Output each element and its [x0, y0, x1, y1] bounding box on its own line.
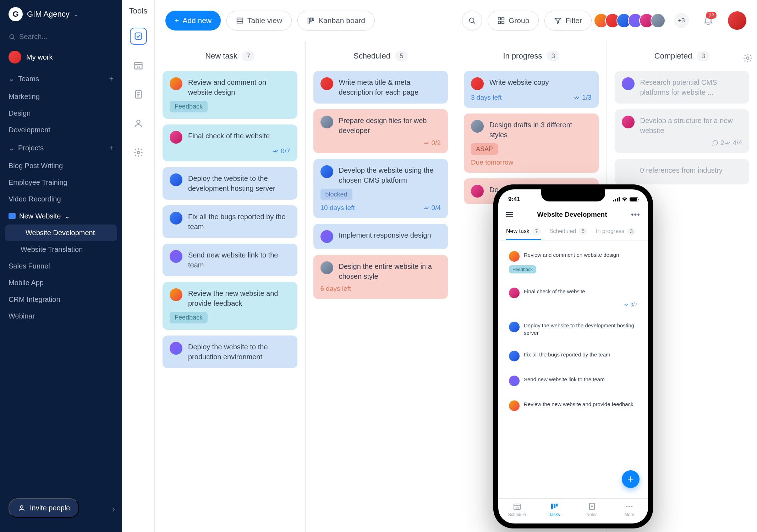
add-new-button[interactable]: +Add new — [165, 11, 221, 31]
column-count: 3 — [697, 51, 709, 61]
task-card[interactable]: Design drafts in 3 different stylesASAPD… — [464, 113, 599, 173]
search-button[interactable] — [462, 11, 482, 31]
add-team-button[interactable]: + — [109, 74, 114, 83]
group-label: Group — [509, 16, 529, 25]
wifi-icon — [622, 197, 627, 201]
user-avatar[interactable] — [728, 11, 746, 30]
board-settings-button[interactable] — [743, 53, 753, 65]
task-card[interactable]: Write meta title & meta description for … — [313, 71, 448, 104]
project-webinar[interactable]: Webinar — [0, 308, 122, 325]
kanban-board-button[interactable]: Kanban board — [297, 11, 375, 31]
table-view-button[interactable]: Table view — [226, 11, 292, 31]
collapse-sidebar-button[interactable]: › — [112, 504, 115, 514]
project-employee-training[interactable]: Employee Training — [0, 174, 122, 191]
task-card[interactable]: Review and comment on website designFeed… — [504, 246, 642, 278]
avatar — [509, 376, 520, 386]
group-button[interactable]: Group — [488, 11, 539, 31]
project-sales-funnel[interactable]: Sales Funnel — [0, 258, 122, 275]
rail-tasks-icon[interactable] — [130, 28, 147, 45]
svg-rect-29 — [551, 504, 553, 509]
task-card[interactable]: Review and comment on website designFeed… — [163, 71, 297, 119]
task-card[interactable]: Develop a structure for a new website24/… — [615, 109, 750, 153]
task-card[interactable]: Send new website link to the team — [163, 244, 297, 276]
project-website-translation[interactable]: Website Translation — [0, 241, 122, 258]
rail-settings-icon[interactable] — [130, 144, 147, 161]
task-card[interactable]: Research potential CMS platforms for web… — [615, 71, 750, 104]
project-crm-integration[interactable]: CRM Integration — [0, 291, 122, 308]
avatar — [509, 288, 520, 298]
filter-button[interactable]: Filter — [544, 11, 592, 31]
card-title: Deploy the website to the development ho… — [188, 173, 290, 193]
chevron-down-icon: ⌄ — [9, 74, 15, 83]
avatar — [320, 230, 333, 243]
tabbar-notes[interactable]: Notes — [573, 502, 611, 517]
more-button[interactable]: ••• — [631, 210, 640, 219]
project-website-development[interactable]: Website Development — [5, 225, 117, 241]
card-title: Fix all the bugs reported by the team — [188, 212, 290, 232]
rail-notes-icon[interactable] — [130, 86, 147, 103]
due-date: 10 days left — [320, 204, 355, 212]
project-new-website[interactable]: New Website ⌄ — [0, 207, 122, 225]
notifications-button[interactable]: 22 — [703, 15, 714, 27]
workspace-switcher[interactable]: G GIM Agency ⌄ — [0, 0, 122, 28]
invite-people-button[interactable]: Invite people — [9, 498, 79, 518]
avatar — [170, 250, 182, 263]
tabbar-schedule[interactable]: 13Schedule — [498, 502, 536, 517]
teams-section-header[interactable]: ⌄Teams + — [0, 69, 122, 88]
tabbar-tasks[interactable]: Tasks — [536, 502, 574, 517]
due-date: 3 days left — [471, 94, 502, 101]
projects-section-header[interactable]: ⌄Projects + — [0, 138, 122, 157]
task-card[interactable]: Fix all the bugs reported by the team — [504, 346, 642, 366]
avatar — [651, 13, 665, 28]
svg-rect-31 — [556, 504, 558, 506]
phone-tab-in-progress[interactable]: In progress3 — [596, 228, 636, 240]
member-avatars[interactable] — [597, 13, 665, 28]
chevron-down-icon: ⌄ — [74, 11, 78, 18]
task-card[interactable]: Send new website link to the team — [504, 371, 642, 391]
phone-tab-scheduled[interactable]: Scheduled5 — [549, 228, 587, 240]
task-card[interactable]: Deploy the website to the development ho… — [504, 317, 642, 342]
phone-tab-new-task[interactable]: New task7 — [506, 228, 541, 240]
task-card[interactable]: Deploy the website to the production env… — [163, 336, 297, 368]
subtask-count: 0/7 — [509, 302, 637, 307]
rail-people-icon[interactable] — [130, 115, 147, 132]
avatar — [471, 77, 484, 90]
task-card[interactable]: Review the new website and provide feedb… — [163, 282, 297, 330]
task-card[interactable]: Review the new website and provide feedb… — [504, 395, 642, 416]
team-development[interactable]: Development — [0, 122, 122, 138]
svg-point-37 — [631, 506, 632, 507]
task-card[interactable]: 0 references from industry — [615, 159, 750, 184]
task-card[interactable]: Develop the website using the chosen CMS… — [313, 159, 448, 218]
svg-text:31: 31 — [136, 65, 140, 68]
project-mobile-app[interactable]: Mobile App — [0, 275, 122, 291]
task-card[interactable]: Write website copy3 days left1/3 — [464, 71, 599, 108]
add-task-fab[interactable]: + — [622, 470, 640, 488]
add-project-button[interactable]: + — [109, 143, 114, 153]
rail-calendar-icon[interactable]: 31 — [130, 57, 147, 74]
project-video-recording[interactable]: Video Recording — [0, 191, 122, 207]
task-card[interactable]: Implement responsive design — [313, 224, 448, 249]
team-marketing[interactable]: Marketing — [0, 88, 122, 105]
filter-label: Filter — [565, 16, 582, 25]
team-design[interactable]: Design — [0, 105, 122, 122]
task-card[interactable]: Final check of the website0/7 — [163, 124, 297, 161]
card-title: Develop the website using the chosen CMS… — [339, 165, 441, 185]
task-card[interactable]: Final check of the website0/7 — [504, 283, 642, 312]
signal-icon — [613, 197, 620, 201]
tabbar-more[interactable]: More — [611, 502, 648, 517]
task-card[interactable]: Design the entire website in a chosen st… — [313, 255, 448, 299]
subtask-count: 0/7 — [272, 147, 290, 155]
project-blog-post[interactable]: Blog Post Writing — [0, 157, 122, 174]
svg-rect-13 — [237, 18, 243, 23]
task-card[interactable]: Prepare design files for web developer0/… — [313, 109, 448, 153]
svg-rect-18 — [313, 18, 314, 20]
svg-rect-3 — [135, 33, 142, 40]
task-card[interactable]: Deploy the website to the development ho… — [163, 167, 297, 200]
menu-button[interactable] — [506, 212, 513, 217]
search-input[interactable]: Search... — [0, 28, 122, 45]
card-title: Prepare design files for web developer — [339, 116, 441, 135]
svg-point-2 — [20, 505, 23, 508]
my-work-link[interactable]: My work — [0, 45, 122, 69]
more-members-count[interactable]: +3 — [674, 13, 689, 28]
task-card[interactable]: Fix all the bugs reported by the team — [163, 205, 297, 238]
